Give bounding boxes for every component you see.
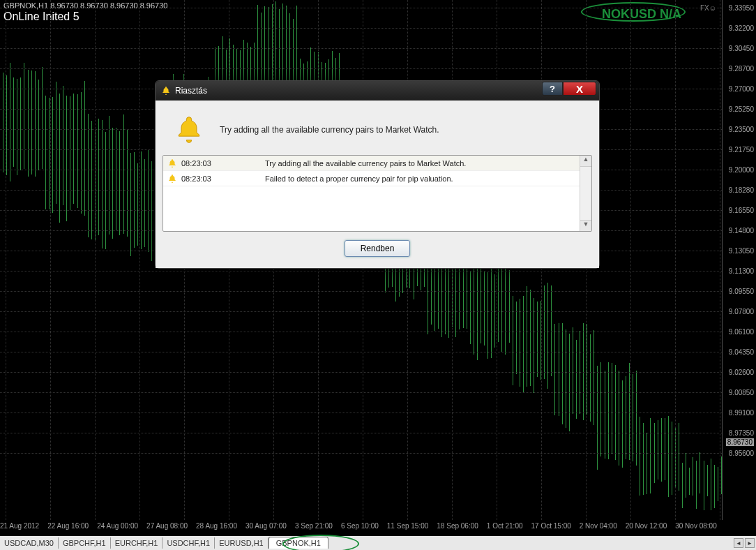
chart-tabs-bar: USDCAD,M30GBPCHF,H1EURCHF,H1USDCHF,H1EUR… <box>0 536 756 550</box>
price-tick: 9.27000 <box>729 85 754 93</box>
bell-icon <box>174 114 204 145</box>
time-tick: 30 Nov 08:00 <box>675 522 717 530</box>
dialog-help-button[interactable]: ? <box>542 82 563 96</box>
price-tick: 9.09550 <box>729 288 754 295</box>
chart-tab[interactable]: USDCHF,H1 <box>162 537 215 549</box>
time-tick: 3 Sep 21:00 <box>295 522 333 530</box>
price-tick: 9.30450 <box>729 45 754 52</box>
price-tick: 9.25250 <box>729 105 754 113</box>
dialog-close-button[interactable]: X <box>563 82 596 96</box>
chart-tab[interactable]: EURCHF,H1 <box>111 537 163 549</box>
alert-dialog: Riasztás ? X Try adding all the availabl… <box>155 80 600 269</box>
price-tick: 9.02600 <box>729 369 754 376</box>
time-tick: 2 Nov 04:00 <box>580 522 617 530</box>
time-tick: 27 Aug 08:00 <box>146 522 188 530</box>
time-tick: 6 Sep 10:00 <box>341 522 379 530</box>
price-tick: 8.97350 <box>729 429 754 437</box>
log-row[interactable]: 08:23:03Try adding all the available cur… <box>163 156 591 171</box>
price-tick: 9.32200 <box>729 24 754 32</box>
price-tick: 9.20000 <box>729 166 754 174</box>
dialog-main-message: Try adding all the available currency pa… <box>220 125 439 135</box>
time-tick: 30 Aug 07:00 <box>245 522 287 530</box>
tabs-scroll-left-icon[interactable]: ◄ <box>734 538 743 548</box>
price-tick: 9.28700 <box>729 65 754 73</box>
chart-tab[interactable]: GBPNOK,H1 <box>269 537 328 549</box>
scroll-down-icon[interactable]: ▼ <box>580 220 591 231</box>
time-tick: 17 Oct 15:00 <box>531 522 571 530</box>
log-message: Failed to detect a proper currency pair … <box>265 174 591 183</box>
time-tick: 28 Aug 16:00 <box>196 522 237 530</box>
price-tick: 9.18280 <box>729 186 754 194</box>
time-tick: 11 Sep 15:00 <box>387 522 429 530</box>
price-tick: 9.23500 <box>729 126 754 133</box>
scrollbar[interactable]: ▲ ▼ <box>580 156 591 231</box>
dialog-title: Riasztás <box>175 86 207 96</box>
time-tick: 24 Aug 00:00 <box>97 522 138 530</box>
ok-button[interactable]: Rendben <box>345 240 411 257</box>
tabs-scroll-controls: ◄ ► <box>734 538 755 548</box>
price-tick: 9.16550 <box>729 207 754 214</box>
chart-tab[interactable]: EURUSD,H1 <box>215 537 269 549</box>
time-tick: 21 Aug 2012 <box>0 522 39 530</box>
chart-tab[interactable]: GBPCHF,H1 <box>59 537 111 549</box>
price-tick: 9.04350 <box>729 348 754 356</box>
bell-icon <box>161 86 171 96</box>
price-tick: 9.07800 <box>729 308 754 315</box>
scroll-up-icon[interactable]: ▲ <box>580 156 591 167</box>
price-tick: 9.13050 <box>729 247 754 255</box>
price-tick: 9.06100 <box>729 328 754 336</box>
price-tick: 9.00850 <box>729 389 754 396</box>
price-tick: 9.21750 <box>729 146 754 154</box>
price-tick: 9.11300 <box>729 267 754 275</box>
time-tick: 18 Sep 06:00 <box>437 522 478 530</box>
price-tick: 8.99100 <box>729 409 754 417</box>
time-tick: 22 Aug 16:00 <box>47 522 89 530</box>
tabs-scroll-right-icon[interactable]: ► <box>745 538 755 548</box>
price-tick: 8.95600 <box>729 449 754 457</box>
log-row[interactable]: 08:23:03Failed to detect a proper curren… <box>163 171 591 186</box>
bell-icon <box>167 174 177 184</box>
alert-log-list[interactable]: 08:23:03Try adding all the available cur… <box>162 155 592 232</box>
time-axis: 21 Aug 201222 Aug 16:0024 Aug 00:0027 Au… <box>0 520 722 531</box>
chart-tab[interactable]: USDCAD,M30 <box>0 537 59 549</box>
time-tick: 1 Oct 21:00 <box>487 522 523 530</box>
price-tick: 9.14800 <box>729 227 754 235</box>
bell-icon <box>167 158 177 168</box>
dialog-body: Try adding all the available currency pa… <box>156 101 599 268</box>
price-axis: 9.339509.322009.304509.287009.270009.252… <box>722 0 756 520</box>
time-tick: 20 Nov 12:00 <box>626 522 667 530</box>
log-time: 08:23:03 <box>181 159 265 168</box>
dialog-titlebar[interactable]: Riasztás ? X <box>156 81 599 101</box>
price-tick: 8.96730 <box>726 438 754 446</box>
log-time: 08:23:03 <box>181 174 265 183</box>
log-message: Try adding all the available currency pa… <box>265 159 591 168</box>
price-tick: 9.33950 <box>729 4 754 12</box>
